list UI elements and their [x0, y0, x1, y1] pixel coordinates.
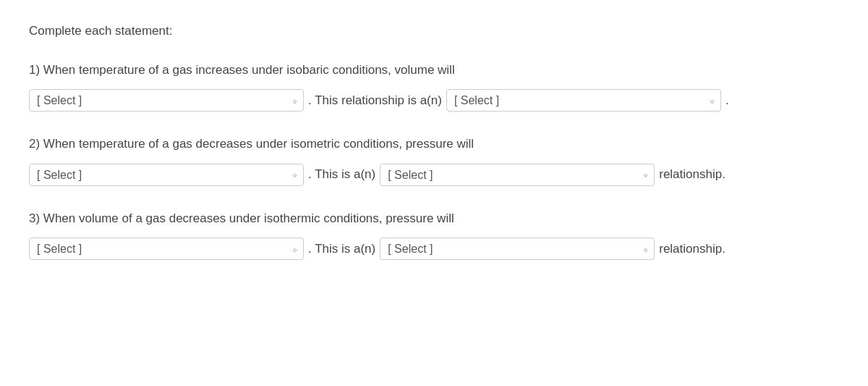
q1-text1: . This relationship is a(n) [308, 91, 442, 110]
q1-period: . [726, 91, 729, 110]
q3-select2[interactable]: [ Select ] direct inverse exponential [388, 243, 647, 255]
page-title: Complete each statement: [29, 22, 839, 41]
q2-row: [ Select ] increase decrease stay the sa… [29, 164, 839, 186]
q3-select1[interactable]: [ Select ] increase decrease stay the sa… [37, 243, 296, 255]
q2-select1[interactable]: [ Select ] increase decrease stay the sa… [37, 169, 296, 181]
q3-select1-wrapper[interactable]: [ Select ] increase decrease stay the sa… [29, 238, 304, 260]
q1-row: [ Select ] increase decrease stay the sa… [29, 89, 839, 112]
q1-select1-wrapper[interactable]: [ Select ] increase decrease stay the sa… [29, 89, 304, 112]
q2-select2-wrapper[interactable]: [ Select ] direct inverse exponential ⬦ [380, 164, 655, 186]
q3-text1: . This is a(n) [308, 240, 375, 259]
q3-select2-wrapper[interactable]: [ Select ] direct inverse exponential ⬦ [380, 238, 655, 260]
question-3: 3) When volume of a gas decreases under … [29, 209, 839, 261]
q2-text2: relationship. [659, 165, 726, 184]
q3-text2: relationship. [659, 240, 726, 259]
q2-select2[interactable]: [ Select ] direct inverse exponential [388, 169, 647, 181]
q1-select1[interactable]: [ Select ] increase decrease stay the sa… [37, 94, 296, 106]
q2-label: 2) When temperature of a gas decreases u… [29, 135, 839, 154]
q2-select1-wrapper[interactable]: [ Select ] increase decrease stay the sa… [29, 164, 304, 186]
q2-text1: . This is a(n) [308, 165, 375, 184]
question-1: 1) When temperature of a gas increases u… [29, 61, 839, 112]
questions-container: 1) When temperature of a gas increases u… [29, 61, 839, 261]
q1-select2-wrapper[interactable]: [ Select ] direct inverse exponential ⬦ [446, 89, 721, 112]
q3-label: 3) When volume of a gas decreases under … [29, 209, 839, 228]
question-2: 2) When temperature of a gas decreases u… [29, 135, 839, 186]
q1-label: 1) When temperature of a gas increases u… [29, 61, 839, 80]
q3-row: [ Select ] increase decrease stay the sa… [29, 238, 839, 260]
q1-select2[interactable]: [ Select ] direct inverse exponential [454, 94, 713, 106]
